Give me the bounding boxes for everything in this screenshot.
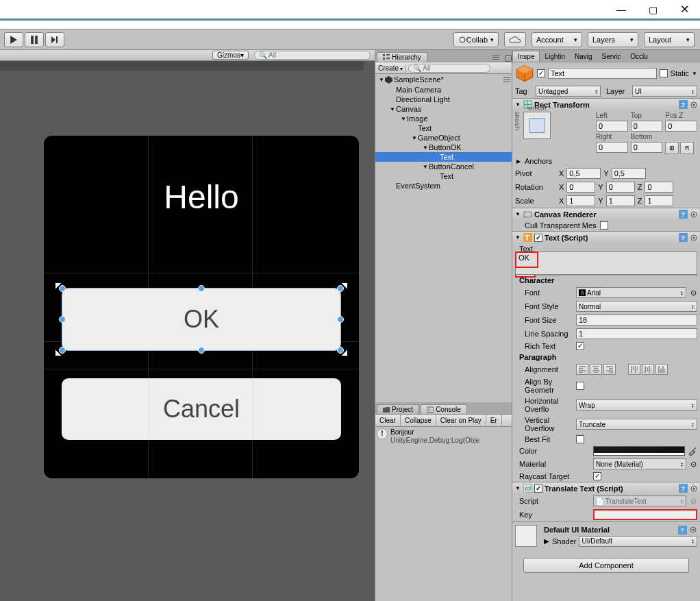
align-right-button[interactable] — [603, 364, 616, 375]
fontstyle-dropdown[interactable]: Normal — [576, 301, 697, 312]
ok-button-preview[interactable]: OK — [62, 288, 341, 351]
hierarchy-item-button-cancel-text[interactable]: Text — [375, 171, 512, 181]
material-field[interactable]: None (Material) — [593, 458, 686, 469]
hierarchy-item-text[interactable]: Text — [375, 123, 512, 133]
selection-handle[interactable] — [59, 316, 66, 323]
gizmos-dropdown[interactable]: Gizmos ▾ — [212, 51, 249, 60]
material-preview[interactable] — [515, 525, 537, 547]
lighting-tab[interactable]: Lightin — [540, 51, 569, 62]
gear-icon[interactable] — [689, 526, 697, 534]
align-center-button[interactable] — [590, 364, 602, 375]
hierarchy-item-button-cancel[interactable]: ▼ButtonCancel — [375, 162, 512, 171]
add-component-button[interactable]: Add Component — [523, 558, 689, 573]
translate-text-header[interactable]: ▼ c# ✓ Translate Text (Script) ? — [512, 482, 700, 494]
align-left-button[interactable] — [576, 364, 588, 375]
scene-menu-button[interactable] — [503, 75, 510, 84]
help-icon[interactable]: ? — [679, 484, 688, 493]
left-input[interactable] — [596, 121, 628, 132]
font-picker-button[interactable]: ⊙ — [689, 289, 697, 297]
console-error-pause-button[interactable]: Er — [486, 415, 502, 426]
selection-handle[interactable] — [198, 285, 205, 292]
posz-input[interactable] — [665, 121, 697, 132]
blueprint-mode-button[interactable]: ⊞ — [665, 142, 679, 154]
raycast-target-checkbox[interactable]: ✓ — [593, 472, 601, 480]
layer-dropdown[interactable]: UI — [632, 86, 697, 97]
hierarchy-item-event-system[interactable]: EventSystem — [375, 181, 512, 191]
gear-icon[interactable] — [690, 485, 698, 493]
hierarchy-item-image[interactable]: ▼Image — [375, 114, 512, 123]
navigation-tab[interactable]: Navig — [570, 51, 597, 62]
layers-dropdown[interactable]: Layers — [588, 32, 638, 47]
text-component-header[interactable]: ▼ T ✓ Text (Script) ? — [512, 232, 700, 243]
hierarchy-item-directional-light[interactable]: Directional Light — [375, 95, 512, 104]
static-checkbox[interactable] — [660, 69, 668, 77]
panel-menu-button[interactable] — [492, 52, 499, 62]
hierarchy-item-canvas[interactable]: ▼Canvas — [375, 104, 512, 114]
translate-enabled-checkbox[interactable]: ✓ — [534, 485, 542, 493]
align-top-button[interactable] — [628, 364, 640, 375]
eyedropper-icon[interactable] — [688, 446, 697, 456]
hierarchy-tab[interactable]: Hierarchy — [377, 52, 427, 62]
selection-handle[interactable] — [337, 347, 344, 354]
script-picker-button[interactable]: ⊙ — [689, 497, 697, 506]
align-by-geometry-checkbox[interactable] — [576, 382, 584, 390]
maximize-button[interactable]: ▢ — [637, 0, 668, 19]
align-bottom-button[interactable] — [655, 364, 668, 375]
scene-view[interactable]: Gizmos ▾ 🔍All Hello OK — [0, 50, 375, 601]
gear-icon[interactable] — [690, 210, 698, 219]
color-swatch[interactable] — [593, 446, 685, 456]
raw-edit-button[interactable]: R — [680, 142, 694, 154]
right-input[interactable] — [596, 142, 628, 153]
console-collapse-button[interactable]: Collapse — [401, 415, 436, 426]
hierarchy-scene-root[interactable]: ▼SampleScene* — [375, 74, 512, 85]
console-log-entry[interactable]: ! Bonjour UnityEngine.Debug:Log(Obje — [377, 428, 510, 445]
console-clear-on-play-button[interactable]: Clear on Play — [436, 415, 486, 426]
minimize-button[interactable]: — — [605, 0, 637, 19]
cull-transparent-checkbox[interactable] — [600, 221, 608, 230]
gameobject-name-input[interactable] — [548, 68, 657, 79]
cloud-button[interactable] — [504, 32, 526, 47]
hierarchy-search-input[interactable]: 🔍All — [408, 64, 490, 73]
bottom-input[interactable] — [631, 142, 663, 153]
help-icon[interactable]: ? — [678, 526, 687, 535]
gear-icon[interactable] — [690, 234, 698, 242]
pivot-y-input[interactable] — [612, 168, 646, 179]
help-icon[interactable]: ? — [679, 100, 688, 109]
text-enabled-checkbox[interactable]: ✓ — [534, 234, 542, 242]
rot-y-input[interactable] — [606, 182, 635, 193]
scale-x-input[interactable] — [566, 195, 595, 206]
fontsize-input[interactable] — [576, 315, 697, 326]
cancel-button-preview[interactable]: Cancel — [62, 378, 341, 440]
console-tab[interactable]: Console — [421, 404, 467, 414]
selection-handle[interactable] — [59, 347, 66, 354]
text-content-input[interactable]: OK — [515, 252, 697, 275]
linespacing-input[interactable] — [576, 328, 697, 339]
hierarchy-item-button-ok[interactable]: ▼ButtonOK — [375, 143, 512, 152]
account-dropdown[interactable]: Account — [532, 32, 582, 47]
scale-z-input[interactable] — [645, 195, 673, 206]
material-picker-button[interactable]: ⊙ — [689, 460, 697, 469]
key-input[interactable] — [593, 509, 697, 520]
play-button[interactable] — [4, 32, 23, 47]
bestfit-checkbox[interactable] — [576, 435, 584, 443]
hierarchy-item-button-ok-text[interactable]: Text — [375, 152, 512, 162]
pause-button[interactable] — [25, 32, 44, 47]
canvas-renderer-header[interactable]: ▼ Canvas Renderer ? — [512, 208, 700, 220]
top-input[interactable] — [631, 121, 663, 132]
lock-icon[interactable] — [505, 55, 512, 62]
horizontal-overflow-dropdown[interactable]: Wrap — [576, 400, 697, 410]
inspector-tab[interactable]: Inspe — [512, 51, 540, 62]
close-button[interactable]: ✕ — [668, 0, 700, 19]
step-button[interactable] — [45, 32, 64, 47]
tag-dropdown[interactable]: Untagged — [536, 86, 601, 97]
console-clear-button[interactable]: Clear — [375, 415, 401, 426]
gear-icon[interactable] — [690, 101, 698, 109]
pivot-x-input[interactable] — [566, 168, 601, 179]
occlusion-tab[interactable]: Occlu — [625, 51, 653, 62]
selection-handle[interactable] — [337, 316, 344, 323]
font-field[interactable]: 🅰Arial — [576, 287, 686, 298]
gameobject-icon[interactable] — [515, 64, 534, 83]
create-dropdown[interactable]: Create — [378, 64, 406, 72]
hierarchy-item-gameobject[interactable]: ▼GameObject — [375, 133, 512, 143]
scene-search-input[interactable]: 🔍All — [254, 51, 371, 60]
